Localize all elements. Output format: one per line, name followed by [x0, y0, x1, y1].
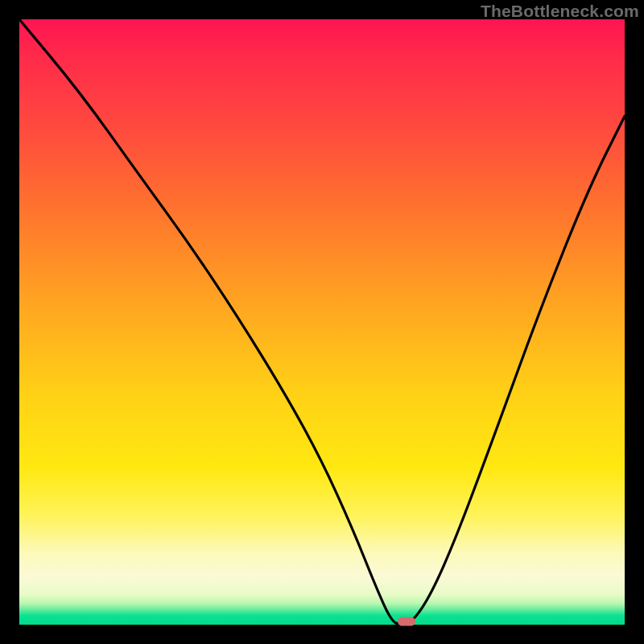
chart-frame: TheBottleneck.com: [0, 0, 644, 644]
optimal-marker: [398, 617, 415, 626]
bottleneck-curve: [19, 19, 625, 625]
plot-area: [19, 19, 625, 625]
watermark-text: TheBottleneck.com: [481, 2, 639, 21]
